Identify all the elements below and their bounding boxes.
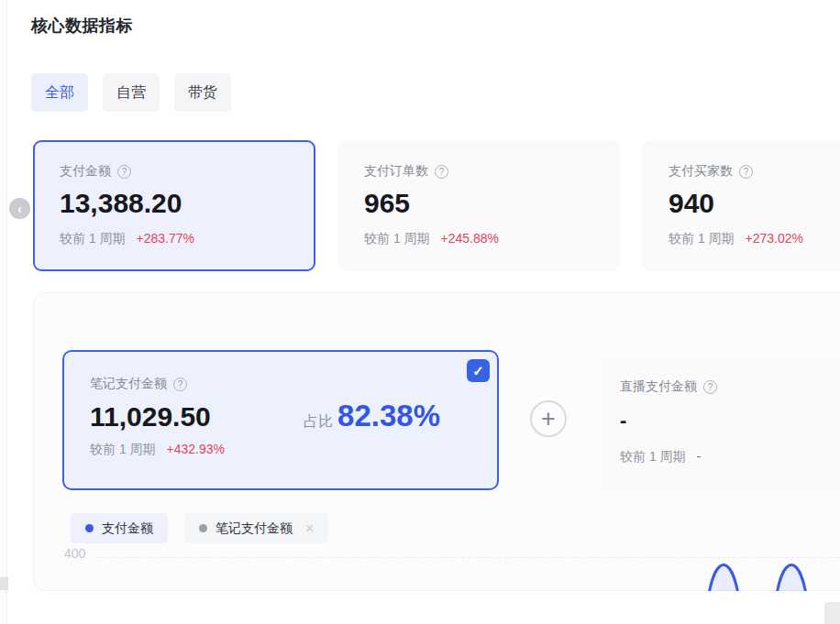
share-label: 占比 (304, 412, 333, 432)
note-value-row: 11,029.50 占比 82.38% (90, 399, 471, 433)
change-value: +273.02% (745, 231, 802, 246)
change-value: +283.77% (136, 231, 193, 246)
carousel-prev-button[interactable]: ‹ (9, 198, 30, 219)
metric-value: 940 (669, 188, 840, 219)
metric-label: 支付订单数 (364, 163, 428, 180)
metric-compare-row: 较前 1 周期 +273.02% (669, 231, 840, 247)
page-left-gutter (0, 0, 7, 624)
metric-label-row: 笔记支付金额 ? (90, 376, 471, 392)
legend-item-payment-amount[interactable]: 支付金额 (71, 513, 168, 543)
floating-widget-fragment[interactable] (824, 602, 840, 624)
metric-value: 965 (364, 188, 593, 219)
help-icon[interactable]: ? (739, 165, 753, 179)
change-value: - (696, 449, 701, 464)
chart-gridline (96, 557, 840, 558)
metric-card-payment-amount[interactable]: 支付金额 ? 13,388.20 较前 1 周期 +283.77% (33, 140, 315, 271)
tab-affiliate-label: 带货 (188, 83, 217, 103)
metric-card-note-payment[interactable]: ✓ 笔记支付金额 ? 11,029.50 占比 82.38% 较前 1 周期 +… (62, 350, 499, 490)
help-icon[interactable]: ? (703, 380, 717, 394)
chart-legend: 支付金额 笔记支付金额 × (71, 513, 328, 543)
metric-value: - (620, 409, 840, 432)
checkbox-checked-icon[interactable]: ✓ (467, 359, 490, 382)
metric-label: 支付金额 (60, 163, 111, 180)
metric-label: 笔记支付金额 (90, 376, 167, 392)
share-group: 占比 82.38% (304, 399, 440, 433)
chevron-left-icon: ‹ (17, 202, 22, 216)
compare-label: 较前 1 周期 (669, 231, 735, 246)
metric-compare-row: 较前 1 周期 +432.93% (90, 442, 471, 458)
share-value: 82.38% (337, 399, 440, 433)
compare-label: 较前 1 周期 (90, 442, 156, 456)
metric-compare-row: 较前 1 周期 +283.77% (60, 231, 289, 247)
tab-self-operated[interactable]: 自营 (103, 73, 160, 112)
metric-value: 11,029.50 (90, 401, 211, 432)
plus-icon: + (541, 407, 556, 432)
change-value: +245.88% (440, 231, 498, 246)
tab-self-operated-label: 自营 (116, 83, 146, 103)
metric-card-payment-buyers[interactable]: 支付买家数 ? 940 较前 1 周期 +273.02% (642, 140, 840, 271)
metric-label: 直播支付金额 (620, 378, 697, 395)
metric-label-row: 直播支付金额 ? (620, 378, 840, 395)
metric-card-payment-orders[interactable]: 支付订单数 ? 965 较前 1 周期 +245.88% (337, 140, 620, 271)
compare-label: 较前 1 周期 (60, 231, 126, 246)
metric-cards-row: 支付金额 ? 13,388.20 较前 1 周期 +283.77% 支付订单数 … (33, 140, 840, 271)
metric-label: 支付买家数 (669, 163, 733, 180)
y-axis-tick-400: 400 (64, 546, 85, 561)
help-icon[interactable]: ? (435, 165, 448, 179)
metric-label-row: 支付买家数 ? (669, 163, 840, 180)
metric-label-row: 支付金额 ? (60, 163, 289, 180)
help-icon[interactable]: ? (173, 378, 187, 391)
page-title: 核心数据指标 (31, 15, 133, 37)
compare-label: 较前 1 周期 (620, 449, 686, 464)
metric-card-live-payment[interactable]: 直播支付金额 ? - 较前 1 周期 - (602, 359, 840, 492)
change-value: +432.93% (166, 442, 224, 456)
close-icon[interactable]: × (305, 520, 314, 537)
legend-label: 支付金额 (102, 520, 153, 537)
scrollbar-fragment[interactable] (0, 577, 8, 590)
legend-item-note-payment-amount[interactable]: 笔记支付金额 × (184, 513, 328, 543)
legend-label: 笔记支付金额 (216, 520, 293, 537)
help-icon[interactable]: ? (117, 165, 131, 179)
line-chart-peaks[interactable] (687, 561, 840, 591)
tab-all[interactable]: 全部 (31, 73, 88, 112)
compare-label: 较前 1 周期 (364, 231, 430, 246)
breakdown-panel: ✓ 笔记支付金额 ? 11,029.50 占比 82.38% 较前 1 周期 +… (33, 292, 840, 591)
metric-value: 13,388.20 (60, 188, 289, 219)
metric-compare-row: 较前 1 周期 +245.88% (364, 231, 593, 247)
metric-compare-row: 较前 1 周期 - (620, 449, 840, 465)
tab-all-label: 全部 (45, 83, 74, 103)
tab-affiliate[interactable]: 带货 (174, 73, 231, 112)
scope-tabs: 全部 自营 带货 (31, 73, 231, 112)
add-metric-button[interactable]: + (530, 400, 567, 437)
check-icon: ✓ (472, 363, 484, 379)
legend-dot-gray (199, 524, 207, 532)
metric-label-row: 支付订单数 ? (364, 163, 593, 180)
legend-dot-blue (85, 524, 94, 532)
